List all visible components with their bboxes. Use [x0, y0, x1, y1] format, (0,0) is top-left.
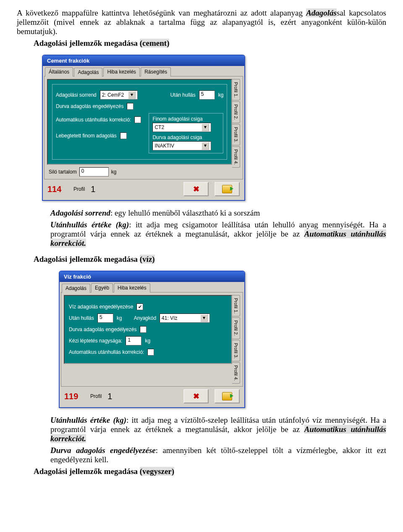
tab-egyeb[interactable]: Egyéb — [91, 283, 113, 292]
chevron-down-icon: ▾ — [200, 314, 208, 322]
label-profil: Profil — [73, 186, 85, 192]
dropdown-finom-csiga-value: CT2 — [154, 124, 164, 130]
tab-rasegites[interactable]: Rásegítés — [141, 67, 171, 76]
checkbox-auto-viz[interactable] — [147, 349, 154, 356]
label-utan-hullas-viz: Után hullás — [69, 315, 94, 321]
heading-vegyszer: Adagolási jellemzők megadása (vegyszer) — [34, 467, 386, 476]
viz-titlebar: Víz frakció — [60, 271, 244, 282]
label-durva-csiga: Durva adagolási csiga — [152, 134, 220, 140]
viz-window: Víz frakció Adagolás Egyéb Hiba kezelés … — [59, 271, 245, 408]
heading-cement-b: (cement) — [140, 39, 170, 47]
label-utan-hullas: Után hullás — [170, 92, 196, 98]
folder-arrow-icon — [222, 392, 232, 400]
term-sorrend: Adagolási sorrend — [50, 208, 110, 217]
vtab-profil4-viz[interactable]: Profil 4. — [232, 362, 240, 384]
label-viz-enged: Víz adagolás engedélyezése — [69, 304, 133, 310]
heading-cement-a: Adagolási jellemzők megadása — [34, 39, 140, 47]
vtab-profil1-viz[interactable]: Profil 1. — [232, 295, 240, 316]
label-silo: Siló tartalom — [49, 169, 77, 175]
term-utanhullas: Utánhullás értéke (kg) — [50, 220, 129, 229]
profil-value-viz: 1 — [107, 392, 112, 401]
heading-vegyszer-b: (vegyszer) — [140, 467, 174, 476]
label-auto-viz: Automatikus utánhullás korrekció: — [69, 349, 144, 355]
tab-altalanos[interactable]: Általános — [45, 67, 73, 76]
tab-hibakezeles-viz[interactable]: Hiba kezelés — [114, 283, 150, 292]
checkbox-auto[interactable] — [134, 116, 141, 123]
dropdown-sorrend[interactable]: 2: CemF2 ▾ — [100, 90, 138, 100]
vtab-profil1[interactable]: Profil 1. — [232, 79, 240, 100]
term-durva: Durva adagolás engedélyezése — [50, 446, 156, 455]
heading-viz-a: Adagolási jellemzők megadása — [34, 255, 140, 263]
chevron-down-icon: ▾ — [128, 91, 136, 99]
label-profil-viz: Profil — [90, 393, 102, 399]
checkbox-lebeg[interactable] — [120, 132, 127, 139]
open-button[interactable] — [215, 182, 240, 196]
cement-tabs: Általános Adagolás Hiba kezelés Rásegíté… — [44, 67, 243, 76]
tab-adagolas-viz[interactable]: Adagolás — [62, 284, 90, 293]
vtab-profil4[interactable]: Profil 4. — [232, 146, 240, 168]
dropdown-anyagkod[interactable]: 41: Víz ▾ — [160, 313, 210, 323]
label-lebeg: Lebegtetett finom adagolás — [56, 133, 117, 139]
label-kg-viz: kg — [117, 315, 122, 321]
label-sorrend: Adagolási sorrend — [56, 92, 97, 98]
label-kg-2: kg — [111, 169, 117, 175]
label-auto: Automatikus utánhullás korrekció: — [56, 117, 131, 123]
cancel-button-viz[interactable]: ✖ — [183, 389, 209, 403]
label-anyagkod: Anyagkód — [134, 315, 156, 321]
cancel-button[interactable]: ✖ — [183, 182, 209, 196]
viz-id: 119 — [64, 392, 84, 401]
input-utan-hullas-viz[interactable]: 5 — [97, 313, 113, 323]
heading-viz: Adagolási jellemzők megadása (víz) — [34, 255, 386, 264]
cement-description: Adagolási sorrend: egy lehulló menüből v… — [50, 208, 386, 248]
checkbox-viz-enged[interactable]: ✔ — [136, 303, 143, 310]
dropdown-durva-csiga[interactable]: INAKTIV ▾ — [152, 141, 211, 150]
heading-cement: Adagolási jellemzők megadása (cement) — [34, 39, 386, 48]
cement-window: Cement frakciók Általános Adagolás Hiba … — [42, 55, 245, 201]
cement-id: 114 — [47, 184, 68, 194]
intro-text-a: A következő mappafülre kattintva lehetős… — [17, 8, 306, 17]
intro-paragraph: A következő mappafülre kattintva lehetős… — [17, 8, 386, 36]
vtab-profil2-viz[interactable]: Profil 2. — [232, 317, 240, 339]
label-finom-csiga: Finom adagolási csiga — [152, 116, 220, 122]
profil-value: 1 — [91, 184, 95, 194]
cement-titlebar: Cement frakciók — [43, 55, 244, 66]
tab-adagolas[interactable]: Adagolás — [74, 68, 102, 77]
input-silo[interactable]: 0 — [79, 167, 109, 176]
chevron-down-icon: ▾ — [202, 124, 209, 131]
vtab-profil3[interactable]: Profil 3. — [232, 124, 240, 145]
chevron-down-icon: ▾ — [202, 142, 209, 150]
label-kg-viz2: kg — [145, 338, 150, 344]
input-kezi[interactable]: 1 — [126, 336, 141, 345]
dropdown-sorrend-value: 2: CemF2 — [102, 92, 124, 98]
heading-vegyszer-a: Adagolási jellemzők megadása — [34, 467, 140, 476]
label-kg-1: kg — [218, 92, 224, 98]
open-button-viz[interactable] — [215, 389, 240, 403]
text-sorrend: : egy lehulló menüből választható ki a s… — [110, 208, 260, 217]
vtab-profil2[interactable]: Profil 2. — [232, 101, 240, 123]
label-durva-viz: Durva adagolás engedélyezés — [69, 327, 136, 332]
folder-arrow-icon — [222, 185, 232, 193]
label-kezi: Kézi léptetés nagysága: — [69, 338, 122, 344]
viz-description: Utánhullás értéke (kg): itt adja meg a v… — [50, 416, 386, 464]
dropdown-anyagkod-value: 41: Víz — [162, 315, 177, 321]
vtab-profil3-viz[interactable]: Profil 3. — [232, 340, 240, 361]
heading-viz-b: (víz) — [140, 255, 155, 263]
label-durva: Durva adagolás engedélyezés — [56, 103, 123, 109]
tab-hibakezeles[interactable]: Hiba kezelés — [103, 67, 140, 76]
input-utan-hullas[interactable]: 5 — [199, 90, 215, 100]
dropdown-finom-csiga[interactable]: CT2 ▾ — [152, 123, 211, 132]
checkbox-durva-viz[interactable] — [140, 326, 147, 333]
viz-tabs: Adagolás Egyéb Hiba kezelés — [61, 283, 243, 292]
term-utanhullas2: Utánhullás értéke (kg) — [50, 416, 126, 424]
checkbox-durva[interactable] — [127, 103, 133, 110]
term-adagolas: Adagolás — [306, 8, 337, 17]
dropdown-durva-csiga-value: INAKTIV — [154, 143, 174, 149]
